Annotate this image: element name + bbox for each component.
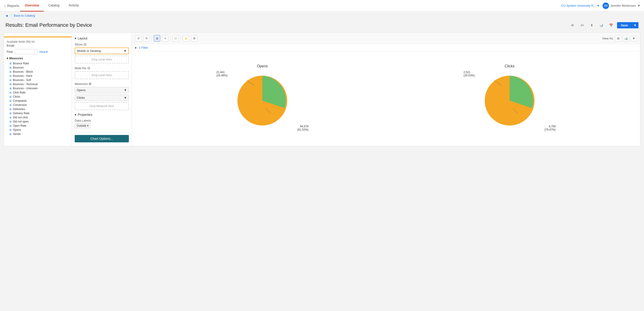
measure-icon: ⊞ [10,116,12,119]
opens-measure-select[interactable]: Opens ▼ [75,87,129,93]
multi-pie-drop-zone[interactable]: Drop Level Here [75,71,129,79]
list-item[interactable]: ⊞ Sends [7,132,69,136]
download-icon-button[interactable]: ⬇ [588,22,595,29]
back-arrow-icon: ◀ [6,14,8,17]
grid-view-button[interactable]: ⊞ [154,35,160,42]
bar-view-button[interactable]: 📊 [623,35,629,42]
pivot-button[interactable]: ⚡ [183,35,189,42]
slices-label: Slices ⊟ [75,43,129,46]
opens-mobile-label: 21,441 (18.48%) [216,71,228,77]
collapse-icon: ▾ [75,113,76,117]
list-item[interactable]: ⊞ Conversion [7,103,69,107]
collapse-icon: ▾ [75,37,76,40]
measures-header[interactable]: ▾ Measures [7,57,69,60]
list-item[interactable]: ⊞ Opens [7,128,69,132]
layers-icon: ⊟ [87,66,90,70]
view-button[interactable]: View ▾ [39,50,48,54]
email-icon-button[interactable]: ✉ [569,22,576,29]
properties-section-header[interactable]: ▾ Properties [75,113,129,117]
measure-icon: ⊞ [10,91,12,94]
multi-pie-label: Multi-Pie ⊟ [75,66,129,70]
category-label: Email [7,44,69,47]
card-body: Available fields (89) for: Email Find: V… [4,33,640,146]
clicks-desktop-label: 9,759 (79.47%) [544,125,556,131]
measure-icon: ⊞ [10,99,12,102]
list-item[interactable]: ⊞ Complaints [7,99,69,103]
measure-icon: ⊞ [89,82,92,86]
list-item[interactable]: ⊞ Bounces [7,66,69,70]
opens-desktop-label: 94,579 (81.52%) [297,125,309,131]
list-item[interactable]: ⊞ Delivery Rate [7,111,69,115]
list-item[interactable]: ⊞ Open Rate [7,124,69,128]
chevron-down-icon: ▾ [87,124,88,127]
main-card: Available fields (89) for: Email Find: V… [4,33,640,146]
tab-catalog[interactable]: Catalog [44,0,64,12]
divider [75,133,129,133]
list-item[interactable]: ⊞ Deliveries [7,107,69,111]
left-panel: Available fields (89) for: Email Find: V… [4,33,72,146]
list-view-button[interactable]: ≡ [162,35,168,42]
data-labels-label: Data Labels: [75,119,129,122]
list-item[interactable]: ⊞ Bounces - Technical [7,82,69,86]
user-menu[interactable]: JM Jennifer Mortensen ▼ [602,3,640,9]
measure-icon: ⊞ [10,95,12,98]
home-icon[interactable]: ⌂ [4,3,6,8]
mid-panel: ▾ Layout Slices ⊟ Mobile or Desktop ▼ Dr… [72,33,132,146]
redo-button[interactable]: ↻ [143,35,150,42]
filter-button[interactable]: ▽ [172,35,179,42]
view-as-dropdown[interactable]: ▼ [631,36,637,41]
chart-icon-button[interactable]: 📊 [598,22,605,29]
tab-overview[interactable]: Overview [20,0,44,12]
opens-pie-chart [235,73,290,128]
measure-icon: ⊞ [10,62,12,65]
slices-dropdown[interactable]: Mobile or Desktop ▼ [75,48,129,54]
chevron-down-icon: ▾ [46,50,48,54]
panel-top-bar [4,37,72,37]
header-actions: ✉ 🏷 ⬇ 📊 📅 Save ▼ [569,22,638,29]
measure-icon: ⊞ [10,120,12,123]
list-item[interactable]: ⊞ Click Rate [7,90,69,95]
undo-button[interactable]: ↺ [135,35,142,42]
list-item[interactable]: ⊞ Bounces - Hard [7,74,69,78]
tag-icon-button[interactable]: 🏷 [578,22,586,29]
save-dropdown-button[interactable]: ▼ [632,22,638,28]
field-list: ⊞ Bounce Rate ⊞ Bounces ⊞ Bounces - Bloc… [7,61,69,136]
list-item[interactable]: ⊞ Bounces - Soft [7,78,69,82]
clicks-pie-chart [482,73,537,128]
chart-options-button[interactable]: Chart Options... [75,135,129,142]
settings-button[interactable]: ⚙ [191,35,198,42]
drop-level-zone[interactable]: Drop Level Here [75,56,129,64]
list-item[interactable]: ⊞ Did not click [7,115,69,120]
calendar-icon-button[interactable]: 📅 [607,22,615,29]
measure-icon: ⊞ [10,83,12,86]
avatar: JM [602,3,609,9]
toolbar-separator [181,36,181,41]
list-item[interactable]: ⊞ Bounce Rate [7,61,69,66]
tab-activity[interactable]: Activity [64,0,84,12]
outside-button[interactable]: Outside ▾ [75,123,90,128]
list-item[interactable]: ⊞ Did not open [7,120,69,124]
back-to-catalog-link[interactable]: Back to Catalog [14,14,35,17]
reports-nav-label[interactable]: Reports [7,4,19,8]
collapse-icon: ▾ [7,57,8,60]
file-icon: 📄 [9,14,12,17]
chart-toolbar: ↺ ↻ ⊞ ≡ ▽ ⚡ ⚙ View As: ⊞ 📊 ▼ [132,33,640,44]
clicks-chart-title: Clicks [504,64,514,68]
table-view-button[interactable]: ⊞ [615,35,622,42]
filter-row[interactable]: ▶ 1 Filter [132,44,640,52]
measure-icon: ⊞ [10,104,12,107]
search-input[interactable] [15,49,38,54]
list-item[interactable]: ⊞ Bounces - Unknown [7,86,69,90]
save-button[interactable]: Save [617,22,631,28]
chevron-down-icon: ▼ [124,49,126,53]
org-selector[interactable]: CU System University R... ▼ [561,4,600,8]
layout-section-header[interactable]: ▾ Layout [75,37,129,40]
list-item[interactable]: ⊞ Clicks [7,95,69,99]
find-row: Find: View ▾ [7,49,69,54]
chevron-down-icon: ▼ [124,88,127,92]
drop-measure-zone[interactable]: Drop Measure Here [75,102,129,110]
breadcrumb: ◀ 📄 Back to Catalog [0,12,644,20]
clicks-measure-select[interactable]: Clicks ▼ [75,95,129,101]
list-item[interactable]: ⊞ Bounces - Block [7,70,69,74]
layers-icon: ⊟ [84,43,86,46]
